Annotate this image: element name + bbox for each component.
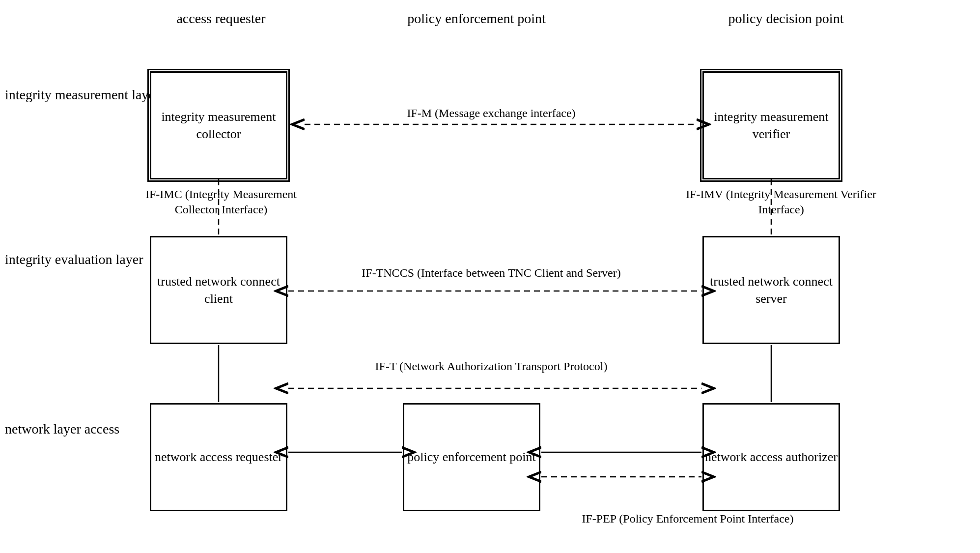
layer-integrity-evaluation: integrity evaluation layer [5, 251, 143, 268]
if-imv-label: IF-IMV (Integrity Measurement Verifier I… [683, 187, 879, 217]
if-imc-label: IF-IMC (Integrity Measurement Collector … [133, 187, 309, 217]
tnc-server-box: trusted network connect server [702, 236, 840, 344]
layer-network-access: network layer access [5, 420, 119, 438]
if-m-label: IF-M (Message exchange interface) [314, 106, 668, 121]
tnc-client-box: trusted network connect client [150, 236, 287, 344]
layer-integrity-measurement: integrity measurement layer [5, 86, 159, 104]
naa-box: network access authorizer [702, 403, 840, 511]
header-policy-decision: policy decision point [693, 10, 879, 28]
pep-box: policy enforcement point [403, 403, 540, 511]
if-tnccs-label: IF-TNCCS (Interface between TNC Client a… [295, 265, 688, 281]
if-pep-label: IF-PEP (Policy Enforcement Point Interfa… [540, 511, 835, 526]
header-access-requester: access requester [152, 10, 290, 28]
nar-box: network access requester [150, 403, 287, 511]
if-t-label: IF-T (Network Authorization Transport Pr… [305, 359, 678, 374]
diagram-container: access requester policy enforcement poin… [0, 0, 980, 553]
imc-box: integrity measurement collector [150, 71, 287, 179]
header-policy-enforcement: policy enforcement point [383, 10, 570, 28]
imv-box: integrity measurement verifier [702, 71, 840, 179]
